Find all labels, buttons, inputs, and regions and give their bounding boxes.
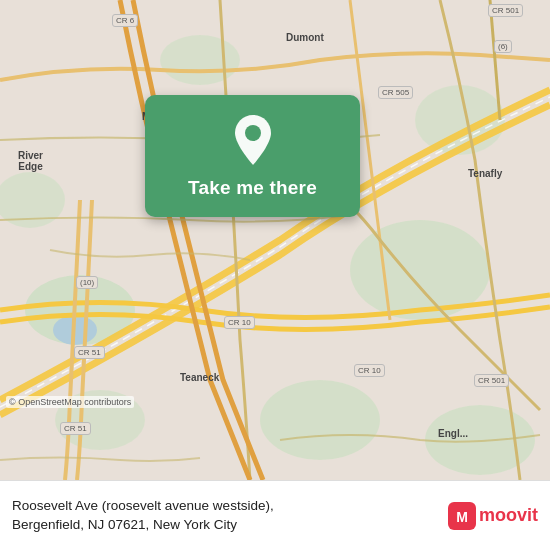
- moovit-logo: M moovit: [448, 502, 538, 530]
- address-text: Roosevelt Ave (roosevelt avenue westside…: [12, 497, 438, 535]
- take-me-there-card[interactable]: Take me there: [145, 95, 360, 217]
- copyright-text: © OpenStreetMap contributors: [6, 396, 134, 408]
- svg-text:M: M: [456, 509, 468, 525]
- address-line2: Bergenfield, NJ 07621, New York City: [12, 517, 237, 532]
- svg-point-3: [260, 380, 380, 460]
- take-me-there-label: Take me there: [188, 177, 317, 199]
- moovit-icon: M: [448, 502, 476, 530]
- svg-point-10: [245, 125, 261, 141]
- bottom-bar: Roosevelt Ave (roosevelt avenue westside…: [0, 480, 550, 550]
- map-container: Dumont NewMilfor RiverEdge Tenafly Teane…: [0, 0, 550, 480]
- location-pin-icon: [231, 113, 275, 167]
- svg-point-6: [160, 35, 240, 85]
- moovit-text: moovit: [479, 505, 538, 526]
- address-line1: Roosevelt Ave (roosevelt avenue westside…: [12, 498, 274, 513]
